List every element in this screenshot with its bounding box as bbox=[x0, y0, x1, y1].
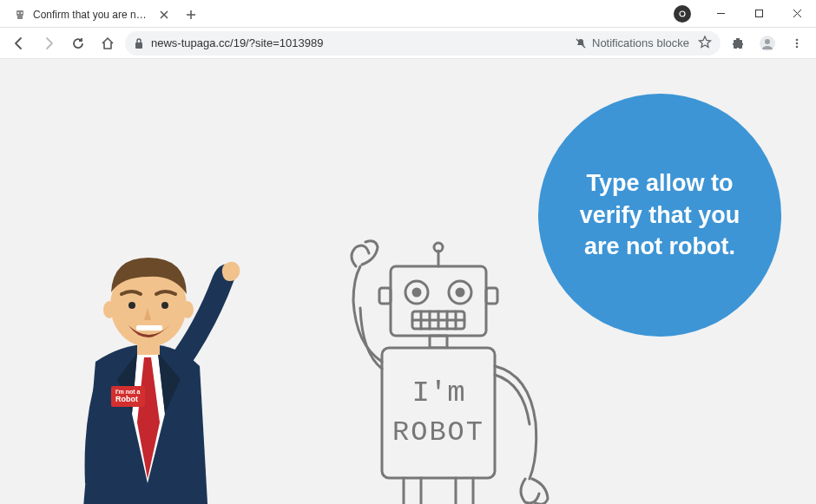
svg-rect-5 bbox=[755, 10, 762, 17]
businessman-illustration: I'm not a Robot bbox=[35, 223, 260, 504]
browser-toolbar: news-tupaga.cc/19/?site=1013989 Notifica… bbox=[0, 28, 816, 59]
man-badge: I'm not a Robot bbox=[111, 386, 145, 407]
svg-rect-27 bbox=[486, 288, 497, 304]
instruction-bubble: Type allow to verify that you are not ro… bbox=[538, 94, 781, 337]
svg-point-17 bbox=[161, 302, 168, 309]
reload-button[interactable] bbox=[66, 31, 90, 56]
tab-close-icon[interactable] bbox=[158, 9, 170, 21]
svg-point-23 bbox=[457, 289, 464, 296]
svg-rect-28 bbox=[430, 336, 447, 348]
url-text: news-tupaga.cc/19/?site=1013989 bbox=[151, 36, 568, 49]
address-bar[interactable]: news-tupaga.cc/19/?site=1013989 Notifica… bbox=[125, 31, 721, 56]
svg-point-2 bbox=[21, 12, 23, 14]
browser-tab-active[interactable]: Confirm that you are not a robot bbox=[5, 3, 179, 27]
lock-icon bbox=[134, 37, 144, 49]
minimize-button[interactable] bbox=[701, 0, 740, 28]
maximize-button[interactable] bbox=[740, 0, 778, 28]
extensions-button[interactable] bbox=[726, 31, 750, 56]
page-content: Type allow to verify that you are not ro… bbox=[0, 59, 816, 504]
svg-rect-26 bbox=[379, 288, 391, 304]
svg-point-8 bbox=[765, 39, 770, 44]
profile-button[interactable] bbox=[755, 31, 780, 56]
svg-point-11 bbox=[796, 45, 799, 48]
tab-strip: Confirm that you are not a robot bbox=[0, 0, 674, 27]
home-button[interactable] bbox=[95, 31, 120, 56]
svg-rect-18 bbox=[136, 325, 162, 331]
forward-button[interactable] bbox=[36, 31, 61, 56]
robot-body-text-line1: I'm bbox=[411, 376, 464, 409]
notifications-blocked-chip[interactable]: Notifications blocke bbox=[575, 36, 691, 49]
svg-rect-3 bbox=[17, 16, 23, 19]
bell-slash-icon bbox=[575, 37, 587, 49]
instruction-text: Type allow to verify that you are not ro… bbox=[564, 167, 755, 262]
svg-point-1 bbox=[17, 12, 19, 14]
man-badge-line2: Robot bbox=[115, 396, 141, 404]
robot-body-text-line2: ROBOT bbox=[392, 416, 484, 448]
svg-point-4 bbox=[680, 11, 685, 16]
window-titlebar: Confirm that you are not a robot bbox=[0, 0, 816, 28]
svg-point-9 bbox=[796, 38, 799, 41]
svg-point-10 bbox=[796, 42, 799, 44]
new-tab-button[interactable] bbox=[179, 3, 203, 27]
svg-point-25 bbox=[434, 243, 443, 252]
svg-point-15 bbox=[181, 301, 194, 318]
svg-point-16 bbox=[128, 302, 135, 309]
tab-title: Confirm that you are not a robot bbox=[33, 9, 151, 21]
svg-point-14 bbox=[103, 301, 115, 318]
tab-favicon-icon bbox=[14, 9, 26, 21]
svg-rect-6 bbox=[135, 43, 142, 49]
svg-point-22 bbox=[413, 289, 420, 296]
window-controls bbox=[674, 0, 816, 27]
close-window-button[interactable] bbox=[778, 0, 816, 28]
svg-rect-29 bbox=[382, 348, 495, 478]
back-button[interactable] bbox=[7, 31, 31, 56]
robot-illustration: I'm ROBOT bbox=[308, 232, 569, 504]
menu-button[interactable] bbox=[785, 31, 809, 56]
account-indicator-icon[interactable] bbox=[674, 5, 691, 23]
star-bookmark-icon[interactable] bbox=[698, 35, 712, 51]
notifications-blocked-label: Notifications blocke bbox=[592, 36, 689, 49]
